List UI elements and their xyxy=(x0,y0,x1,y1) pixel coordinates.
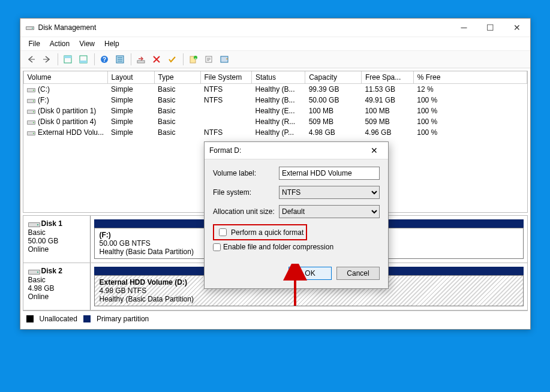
toolbar: ? + xyxy=(20,51,530,68)
disk-management-icon xyxy=(25,23,35,32)
disk-header[interactable]: Disk 2Basic4.98 GBOnline xyxy=(23,263,91,310)
cell-type: Basic xyxy=(154,105,200,116)
cell-status: Healthy (R... xyxy=(251,116,305,127)
disk-name: Disk 1 xyxy=(41,219,62,228)
new-icon[interactable]: + xyxy=(186,52,200,67)
menu-view[interactable]: View xyxy=(74,38,100,49)
eject-icon[interactable] xyxy=(217,52,232,67)
volume-label-label: Volume label: xyxy=(213,169,279,177)
dialog-close-button[interactable]: ✕ xyxy=(365,143,383,158)
disk-state: Online xyxy=(28,293,85,301)
column-header[interactable]: Status xyxy=(251,71,305,84)
disk-header[interactable]: Disk 1Basic50.00 GBOnline xyxy=(23,216,91,263)
cell-layout: Simple xyxy=(107,95,154,105)
menubar: File Action View Help xyxy=(20,37,530,51)
volume-icon xyxy=(27,129,35,136)
close-button[interactable]: ✕ xyxy=(504,19,530,37)
column-header[interactable]: Layout xyxy=(107,71,154,84)
cancel-button[interactable]: Cancel xyxy=(336,267,380,280)
column-header[interactable]: Type xyxy=(154,71,200,84)
svg-point-30 xyxy=(33,132,34,134)
quick-format-label: Perform a quick format xyxy=(231,228,303,237)
allocation-select[interactable]: Default xyxy=(279,205,380,218)
volume-icon xyxy=(27,86,35,93)
cell-free: 11.53 GB xyxy=(361,84,413,95)
ok-button[interactable]: OK xyxy=(288,267,332,280)
column-header[interactable]: Free Spa... xyxy=(361,71,413,84)
menu-action[interactable]: Action xyxy=(45,38,74,49)
table-row[interactable]: (Disk 0 partition 1)SimpleBasicHealthy (… xyxy=(23,105,527,116)
format-dialog: Format D: ✕ Volume label: File system: N… xyxy=(204,141,389,289)
svg-rect-6 xyxy=(80,61,87,63)
table-row[interactable]: External HDD Volu...SimpleBasicNTFSHealt… xyxy=(23,127,527,138)
allocation-label: Allocation unit size: xyxy=(213,207,279,216)
forward-button[interactable] xyxy=(40,52,54,67)
delete-icon[interactable] xyxy=(149,52,164,67)
table-row[interactable]: (F:)SimpleBasicNTFSHealthy (B...50.00 GB… xyxy=(23,95,527,105)
column-header[interactable]: Volume xyxy=(23,71,107,84)
disk-icon xyxy=(28,267,40,276)
column-header[interactable]: % Free xyxy=(413,71,527,84)
volume-label-input[interactable] xyxy=(279,167,380,180)
volume-name: (Disk 0 partition 4) xyxy=(38,117,96,126)
volume-name: (F:) xyxy=(38,96,49,104)
disk-kind: Basic xyxy=(28,228,85,237)
check-icon[interactable] xyxy=(165,52,179,67)
disk-kind: Basic xyxy=(28,276,85,284)
svg-text:?: ? xyxy=(102,56,106,63)
toolbar-separator xyxy=(131,53,131,65)
svg-text:+: + xyxy=(194,56,197,60)
cell-status: Healthy (E... xyxy=(251,105,305,116)
svg-rect-4 xyxy=(64,56,71,58)
cell-free: 49.91 GB xyxy=(361,95,413,105)
cell-layout: Simple xyxy=(107,116,154,127)
view-top-icon[interactable] xyxy=(61,52,75,67)
disk-state: Online xyxy=(28,245,85,254)
cell-status: Healthy (B... xyxy=(251,84,305,95)
svg-point-33 xyxy=(37,224,38,225)
cell-type: Basic xyxy=(154,95,200,105)
view-bottom-icon[interactable] xyxy=(76,52,91,67)
maximize-button[interactable]: ☐ xyxy=(477,19,504,37)
legend-primary: Primary partition xyxy=(97,315,149,323)
volume-name: External HDD Volu... xyxy=(38,128,104,137)
cell-fs: NTFS xyxy=(200,84,251,95)
column-header[interactable]: Capacity xyxy=(305,71,362,84)
cell-type: Basic xyxy=(154,84,200,95)
svg-point-36 xyxy=(37,272,38,273)
menu-file[interactable]: File xyxy=(24,38,45,49)
compression-checkbox[interactable] xyxy=(213,243,221,251)
back-button[interactable] xyxy=(24,52,38,67)
cell-layout: Simple xyxy=(107,84,154,95)
minimize-button[interactable]: ─ xyxy=(451,19,477,37)
menu-help[interactable]: Help xyxy=(100,38,124,49)
svg-point-27 xyxy=(33,122,34,123)
disk-icon xyxy=(28,220,40,228)
cell-capacity: 50.00 GB xyxy=(305,95,362,105)
cell-free: 100 MB xyxy=(361,105,413,116)
properties-icon[interactable] xyxy=(202,52,216,67)
column-header[interactable]: File System xyxy=(200,71,251,84)
cell-layout: Simple xyxy=(107,105,154,116)
help-icon[interactable]: ? xyxy=(97,52,112,67)
quick-format-checkbox[interactable] xyxy=(219,228,227,236)
refresh-icon[interactable] xyxy=(134,52,148,67)
dialog-title: Format D: xyxy=(209,146,365,155)
cell-type: Basic xyxy=(154,127,200,138)
table-row[interactable]: (C:)SimpleBasicNTFSHealthy (B...99.39 GB… xyxy=(23,84,527,95)
table-row[interactable]: (Disk 0 partition 4)SimpleBasicHealthy (… xyxy=(23,116,527,127)
cell-pct: 100 % xyxy=(413,116,527,127)
volume-icon xyxy=(27,119,35,125)
dialog-titlebar: Format D: ✕ xyxy=(205,142,388,159)
highlight-quick-format: Perform a quick format xyxy=(213,224,307,240)
volume-icon xyxy=(27,108,35,114)
file-system-select[interactable]: NTFS xyxy=(279,186,380,199)
unallocated-swatch xyxy=(26,315,34,322)
cell-pct: 100 % xyxy=(413,127,527,138)
svg-point-2 xyxy=(32,28,33,29)
toolbar-separator xyxy=(183,53,184,65)
cell-free: 4.96 GB xyxy=(361,127,413,138)
settings-icon[interactable] xyxy=(113,52,127,67)
svg-point-21 xyxy=(33,100,34,101)
disk-size: 50.00 GB xyxy=(28,237,85,245)
